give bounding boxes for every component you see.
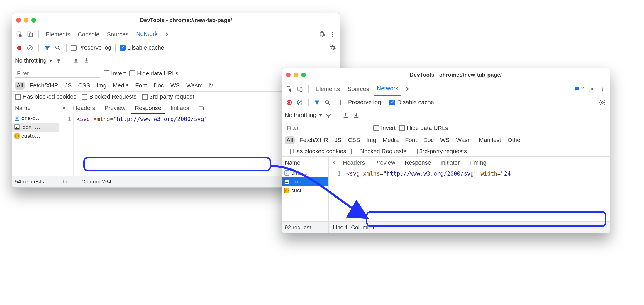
type-manifest[interactable]: Manifest [477, 136, 503, 144]
filter-icon[interactable] [313, 98, 321, 107]
more-tabs-icon[interactable] [403, 85, 412, 93]
type-font[interactable]: Font [133, 82, 149, 90]
tab-network[interactable]: Network [374, 82, 401, 96]
device-toggle-icon[interactable] [295, 85, 304, 93]
dtab-response[interactable]: Response [131, 102, 165, 114]
dtab-timing[interactable]: Timing [465, 157, 490, 168]
throttling-select[interactable]: No throttling [285, 112, 322, 119]
type-doc[interactable]: Doc [421, 136, 435, 144]
tab-network[interactable]: Network [133, 27, 160, 41]
titlebar[interactable]: DevTools - chrome://new-tab-page/ [282, 68, 610, 82]
search-icon[interactable] [53, 43, 62, 52]
type-img[interactable]: Img [95, 82, 108, 90]
tab-elements[interactable]: Elements [313, 82, 343, 96]
request-row[interactable]: cust… [282, 186, 328, 195]
inspect-element-icon[interactable] [15, 30, 24, 39]
minimize-window-icon[interactable] [294, 73, 298, 77]
type-other[interactable]: Othe [506, 136, 522, 144]
type-css[interactable]: CSS [346, 136, 362, 144]
kebab-menu-icon[interactable] [598, 85, 607, 93]
kebab-menu-icon[interactable] [328, 30, 337, 39]
inspect-element-icon[interactable] [285, 85, 294, 93]
issues-badge[interactable]: 2 [573, 85, 586, 92]
filter-icon[interactable] [43, 43, 52, 52]
tab-elements[interactable]: Elements [43, 27, 73, 41]
type-more[interactable]: M [207, 82, 216, 90]
dtab-initiator[interactable]: Initiator [167, 102, 194, 114]
third-party-checkbox[interactable]: 3rd-party request [142, 93, 194, 100]
type-all[interactable]: All [285, 136, 295, 144]
request-row[interactable]: icon… [282, 177, 328, 186]
upload-icon[interactable] [72, 56, 80, 65]
throttling-select[interactable]: No throttling [15, 57, 52, 64]
blocked-cookies-checkbox[interactable]: Has blocked cookies [15, 93, 76, 100]
type-js[interactable]: JS [333, 136, 343, 144]
settings-icon[interactable] [587, 85, 596, 93]
network-settings-icon[interactable] [598, 98, 607, 107]
more-tabs-icon[interactable] [162, 30, 171, 39]
filter-input[interactable] [285, 124, 370, 132]
disable-cache-checkbox[interactable]: Disable cache [389, 99, 434, 106]
hide-data-urls-checkbox[interactable]: Hide data URLs [129, 70, 178, 77]
upload-icon[interactable] [341, 111, 350, 120]
type-doc[interactable]: Doc [152, 82, 166, 90]
close-detail-icon[interactable]: ✕ [330, 159, 338, 166]
dtab-preview[interactable]: Preview [370, 157, 399, 168]
wifi-icon[interactable] [324, 111, 333, 120]
invert-checkbox[interactable]: Invert [104, 70, 126, 77]
filter-input[interactable] [15, 69, 100, 78]
wifi-icon[interactable] [54, 56, 63, 65]
blocked-cookies-checkbox[interactable]: Has blocked cookies [285, 148, 346, 155]
type-ws[interactable]: WS [169, 82, 182, 90]
type-media[interactable]: Media [381, 136, 400, 144]
type-media[interactable]: Media [111, 82, 131, 90]
type-wasm[interactable]: Wasm [454, 136, 474, 144]
device-toggle-icon[interactable] [26, 30, 34, 39]
type-ws[interactable]: WS [438, 136, 451, 144]
titlebar[interactable]: DevTools - chrome://new-tab-page/ [12, 13, 340, 27]
type-fetch[interactable]: Fetch/XHR [298, 136, 330, 144]
type-font[interactable]: Font [403, 136, 418, 144]
blocked-requests-checkbox[interactable]: Blocked Requests [82, 93, 136, 100]
search-icon[interactable] [323, 98, 332, 107]
tab-console[interactable]: Console [75, 27, 102, 41]
name-column-header[interactable]: Name [282, 157, 328, 168]
settings-icon[interactable] [318, 30, 326, 39]
dtab-response[interactable]: Response [401, 157, 435, 168]
type-img[interactable]: Img [365, 136, 378, 144]
type-css[interactable]: CSS [76, 82, 92, 90]
hide-data-urls-checkbox[interactable]: Hide data URLs [399, 125, 448, 132]
clear-icon[interactable] [26, 43, 34, 52]
maximize-window-icon[interactable] [301, 73, 306, 77]
dtab-preview[interactable]: Preview [101, 102, 130, 114]
download-icon[interactable] [82, 56, 91, 65]
blocked-requests-checkbox[interactable]: Blocked Requests [351, 148, 406, 155]
third-party-checkbox[interactable]: 3rd-party requests [412, 148, 467, 155]
type-fetch[interactable]: Fetch/XHR [28, 82, 60, 90]
record-icon[interactable] [15, 43, 24, 52]
dtab-headers[interactable]: Headers [339, 157, 369, 168]
response-code[interactable]: <svg xmlns="http://www.w3.org/2000/svg" … [343, 168, 610, 221]
minimize-window-icon[interactable] [24, 18, 28, 23]
request-row[interactable]: custo… [12, 132, 59, 140]
type-wasm[interactable]: Wasm [184, 82, 204, 90]
preserve-log-checkbox[interactable]: Preserve log [340, 99, 381, 106]
record-icon[interactable] [285, 98, 294, 107]
tab-sources[interactable]: Sources [345, 82, 372, 96]
close-detail-icon[interactable]: ✕ [60, 104, 68, 112]
clear-icon[interactable] [295, 98, 304, 107]
name-column-header[interactable]: Name [12, 102, 59, 114]
dtab-initiator[interactable]: Initiator [436, 157, 464, 168]
close-window-icon[interactable] [16, 18, 21, 23]
type-js[interactable]: JS [63, 82, 73, 90]
preserve-log-checkbox[interactable]: Preserve log [71, 44, 111, 51]
dtab-headers[interactable]: Headers [69, 102, 99, 114]
request-row[interactable]: one-g… [12, 114, 59, 123]
network-settings-icon[interactable] [328, 43, 337, 52]
type-all[interactable]: All [15, 82, 25, 90]
disable-cache-checkbox[interactable]: Disable cache [120, 44, 164, 51]
close-window-icon[interactable] [286, 73, 291, 77]
maximize-window-icon[interactable] [31, 18, 36, 23]
request-row[interactable]: one-… [282, 168, 328, 177]
download-icon[interactable] [352, 111, 361, 120]
